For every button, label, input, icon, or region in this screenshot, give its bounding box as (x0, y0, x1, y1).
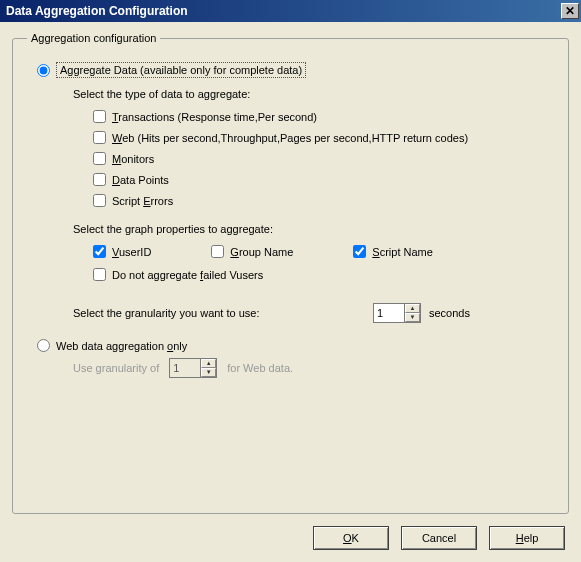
scripterrors-checkbox[interactable] (93, 194, 106, 207)
granularity-row: Select the granularity you want to use: … (73, 303, 558, 323)
groupname-checkbox[interactable] (211, 245, 224, 258)
noaggfailed-row: Do not aggregate failed Vusers (93, 268, 558, 281)
monitors-checkbox[interactable] (93, 152, 106, 165)
type-section-label: Select the type of data to aggregate: (73, 88, 558, 100)
vuserid-label: VuserID (112, 246, 151, 258)
scriptname-checkbox[interactable] (353, 245, 366, 258)
aggregate-data-label: Aggregate Data (available only for compl… (56, 62, 306, 78)
dialog-body: Aggregation configuration Aggregate Data… (0, 22, 581, 562)
web-granularity-row: Use granularity of ▲ ▼ for Web data. (73, 358, 558, 378)
web-spinner-down-icon: ▼ (201, 368, 216, 377)
ok-button[interactable]: OK (313, 526, 389, 550)
noaggfailed-label: Do not aggregate failed Vusers (112, 269, 263, 281)
web-label: Web (Hits per second,Throughput,Pages pe… (112, 132, 468, 144)
datapoints-checkbox[interactable] (93, 173, 106, 186)
cancel-button[interactable]: Cancel (401, 526, 477, 550)
granularity-spinner[interactable]: ▲ ▼ (373, 303, 421, 323)
transactions-checkbox[interactable] (93, 110, 106, 123)
webonly-label: Web data aggregation only (56, 340, 187, 352)
datapoints-row: Data Points (93, 173, 558, 186)
aggregate-data-radio-row: Aggregate Data (available only for compl… (37, 62, 558, 78)
scriptname-item: Script Name (353, 245, 433, 258)
web-gran-spinner: ▲ ▼ (169, 358, 217, 378)
granularity-input[interactable] (374, 304, 404, 322)
web-spinner-up-icon: ▲ (201, 359, 216, 368)
aggregate-data-section: Select the type of data to aggregate: Tr… (73, 88, 558, 323)
title-bar: Data Aggregation Configuration ✕ (0, 0, 581, 22)
granularity-label: Select the granularity you want to use: (73, 307, 373, 319)
spinner-up-icon[interactable]: ▲ (405, 304, 420, 313)
webonly-radio[interactable] (37, 339, 50, 352)
groupname-label: Group Name (230, 246, 293, 258)
vuserid-checkbox[interactable] (93, 245, 106, 258)
scriptname-label: Script Name (372, 246, 433, 258)
webonly-radio-row: Web data aggregation only (37, 339, 558, 352)
noaggfailed-checkbox[interactable] (93, 268, 106, 281)
monitors-label: Monitors (112, 153, 154, 165)
title-text: Data Aggregation Configuration (6, 4, 561, 18)
spinner-down-icon[interactable]: ▼ (405, 313, 420, 322)
transactions-row: Transactions (Response time,Per second) (93, 110, 558, 123)
props-section-label: Select the graph properties to aggregate… (73, 223, 558, 235)
monitors-row: Monitors (93, 152, 558, 165)
web-spinner-arrows: ▲ ▼ (200, 359, 216, 377)
vuserid-item: VuserID (93, 245, 151, 258)
transactions-label: Transactions (Response time,Per second) (112, 111, 317, 123)
aggregate-data-radio[interactable] (37, 64, 50, 77)
datapoints-label: Data Points (112, 174, 169, 186)
groupbox-legend: Aggregation configuration (27, 32, 160, 44)
web-checkbox[interactable] (93, 131, 106, 144)
web-row: Web (Hits per second,Throughput,Pages pe… (93, 131, 558, 144)
web-gran-input (170, 359, 200, 377)
scripterrors-label: Script Errors (112, 195, 173, 207)
spinner-arrows: ▲ ▼ (404, 304, 420, 322)
web-gran-pre: Use granularity of (73, 362, 159, 374)
props-row-1: VuserID Group Name Script Name (93, 245, 558, 258)
granularity-unit: seconds (429, 307, 470, 319)
close-icon[interactable]: ✕ (561, 3, 579, 19)
aggregation-groupbox: Aggregation configuration Aggregate Data… (12, 32, 569, 514)
scripterrors-row: Script Errors (93, 194, 558, 207)
button-row: OK Cancel Help (12, 526, 569, 550)
help-button[interactable]: Help (489, 526, 565, 550)
web-gran-post: for Web data. (227, 362, 293, 374)
groupname-item: Group Name (211, 245, 293, 258)
